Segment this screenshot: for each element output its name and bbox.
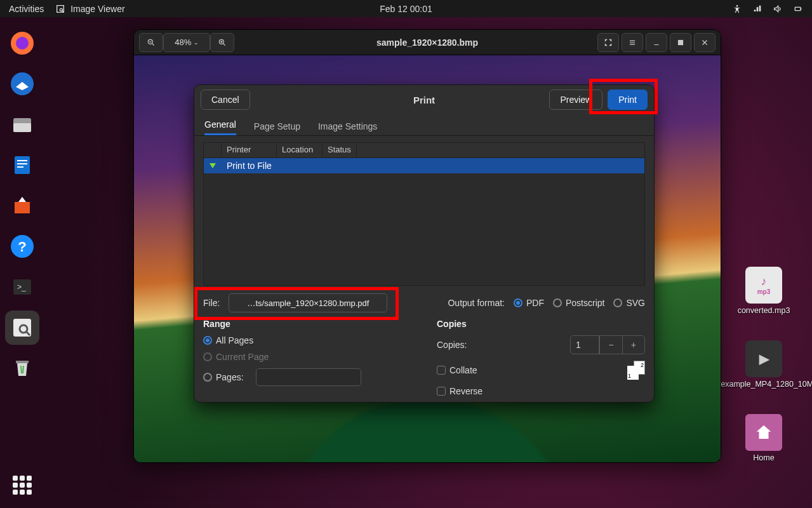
col-status[interactable]: Status (323, 143, 357, 157)
accessibility-icon[interactable] (732, 4, 742, 14)
copies-increment[interactable]: + (622, 336, 644, 354)
copies-decrement[interactable]: − (599, 336, 622, 354)
dock: ? >_ (0, 17, 44, 508)
maximize-button[interactable] (670, 33, 691, 52)
network-icon[interactable] (752, 4, 762, 14)
svg-text:?: ? (18, 239, 26, 255)
file-label: File: (203, 298, 220, 308)
app-indicator[interactable]: Image Viewer (55, 4, 124, 14)
zoom-in-button[interactable] (210, 33, 234, 52)
svg-point-1 (736, 5, 738, 7)
dock-files[interactable] (5, 107, 39, 142)
window-titlebar: 48% ⌄ sample_1920×1280.bmp (134, 30, 721, 55)
file-chooser-button[interactable]: …ts/sample_1920×1280.bmp.pdf (229, 293, 387, 312)
svg-rect-23 (679, 40, 683, 44)
preview-button[interactable]: Preview (549, 90, 602, 110)
collate-preview-icon: 21 (627, 361, 645, 380)
range-all-pages-radio[interactable]: All Pages (203, 335, 411, 345)
dock-terminal[interactable]: >_ (5, 270, 39, 304)
format-postscript-radio[interactable]: Postscript (553, 298, 604, 308)
volume-icon[interactable] (773, 4, 783, 14)
minimize-button[interactable] (646, 33, 667, 52)
col-printer[interactable]: Printer (222, 143, 277, 157)
dock-image-viewer[interactable] (5, 311, 39, 345)
download-icon (210, 163, 216, 168)
desktop-file-mp3[interactable]: ♪mp3 converted.mp3 (726, 267, 802, 315)
close-icon (700, 38, 709, 47)
svg-rect-20 (16, 361, 29, 363)
copies-spinner[interactable]: 1 − + (570, 335, 645, 354)
power-icon[interactable] (793, 4, 803, 14)
radio-icon (203, 336, 212, 345)
dock-thunderbird[interactable] (5, 67, 39, 101)
hamburger-icon (628, 38, 637, 47)
close-button[interactable] (694, 33, 715, 52)
copies-title: Copies (437, 319, 645, 329)
svg-rect-8 (13, 123, 31, 132)
format-svg-radio[interactable]: SVG (613, 298, 645, 308)
printer-row-print-to-file[interactable]: Print to File (204, 158, 644, 173)
zoom-out-button[interactable] (139, 33, 163, 52)
col-location[interactable]: Location (277, 143, 323, 157)
activities-button[interactable]: Activities (9, 4, 44, 14)
zoom-in-icon (218, 38, 227, 47)
desktop-home-folder[interactable]: Home (726, 414, 802, 462)
svg-rect-2 (795, 7, 801, 10)
dock-firefox[interactable] (5, 26, 39, 60)
pages-input[interactable] (256, 368, 361, 386)
hamburger-menu-button[interactable] (622, 33, 643, 52)
printer-table-header: Printer Location Status (204, 143, 644, 158)
dock-writer[interactable] (5, 148, 39, 182)
range-title: Range (203, 319, 411, 329)
collate-checkbox[interactable]: Collate (437, 365, 477, 375)
cancel-button[interactable]: Cancel (201, 90, 250, 110)
show-apps-button[interactable] (0, 474, 44, 497)
svg-point-5 (16, 37, 29, 50)
printer-table[interactable]: Printer Location Status Print to File (203, 142, 645, 286)
gnome-top-panel: Activities Image Viewer Feb 12 00:01 (0, 0, 812, 17)
svg-rect-10 (17, 160, 27, 161)
tab-bar: General Page Setup Image Settings (194, 114, 654, 136)
window-title: sample_1920×1280.bmp (376, 37, 478, 48)
dialog-title: Print (413, 95, 435, 105)
image-viewer-icon (55, 4, 65, 14)
reverse-checkbox[interactable]: Reverse (437, 386, 645, 396)
audio-file-icon: ♪mp3 (745, 267, 782, 304)
checkbox-icon (437, 387, 446, 396)
copies-value[interactable]: 1 (571, 336, 599, 354)
print-button[interactable]: Print (608, 90, 648, 110)
svg-rect-13 (15, 202, 30, 213)
radio-icon (553, 298, 562, 307)
home-folder-icon (745, 414, 782, 451)
tab-image-settings[interactable]: Image Settings (318, 114, 377, 135)
svg-rect-3 (801, 8, 801, 10)
dock-help[interactable]: ? (5, 229, 39, 264)
print-dialog: Cancel Print Preview Print General Page … (194, 84, 655, 403)
dock-software[interactable] (5, 189, 39, 223)
zoom-level-dropdown[interactable]: 48% ⌄ (163, 33, 210, 52)
radio-icon (613, 298, 622, 307)
clock[interactable]: Feb 12 00:01 (380, 4, 432, 14)
tab-general[interactable]: General (204, 114, 236, 135)
format-pdf-radio[interactable]: PDF (514, 298, 544, 308)
range-current-page-radio: Current Page (203, 352, 411, 362)
tab-page-setup[interactable]: Page Setup (254, 114, 300, 135)
radio-icon (203, 352, 212, 361)
fullscreen-icon (604, 38, 613, 47)
dock-trash[interactable] (5, 351, 39, 385)
copies-label: Copies: (437, 340, 467, 350)
desktop-file-mp4[interactable]: ▶ file_example_MP4_1280_10M… (726, 340, 802, 389)
range-pages-radio[interactable]: Pages: (203, 368, 411, 386)
svg-rect-9 (15, 156, 30, 174)
svg-text:>_: >_ (17, 283, 26, 291)
svg-rect-11 (17, 163, 27, 164)
chevron-down-icon: ⌄ (194, 39, 199, 46)
checkbox-icon (437, 366, 446, 375)
video-file-icon: ▶ (745, 340, 782, 377)
radio-icon (203, 373, 212, 382)
maximize-icon (676, 38, 685, 47)
fullscreen-button[interactable] (597, 33, 619, 52)
output-format-label: Output format: (448, 298, 504, 308)
minimize-icon (652, 38, 661, 47)
desktop-icons: ♪mp3 converted.mp3 ▶ file_example_MP4_12… (726, 267, 802, 462)
